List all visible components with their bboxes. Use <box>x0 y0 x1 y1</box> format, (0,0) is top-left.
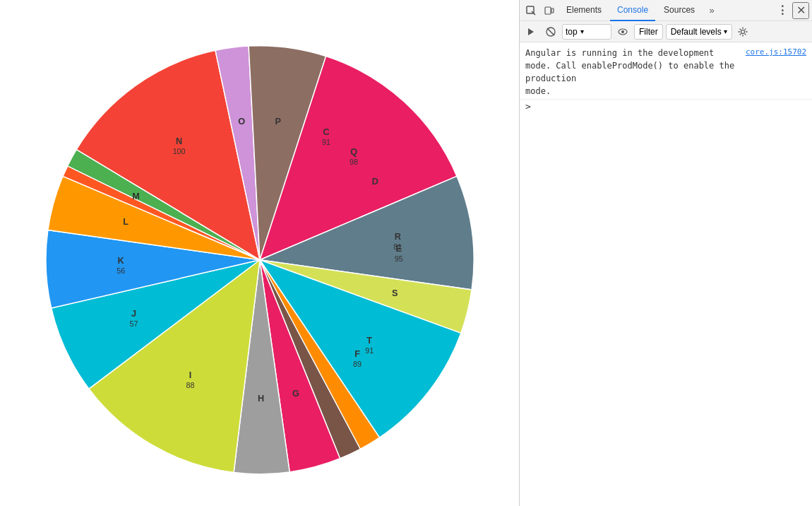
slice-label: F <box>354 349 360 359</box>
pie-chart: C91DE95F89GHI88J57K56LMN100OPQ98R81ST91 <box>13 6 507 500</box>
slice-label: C <box>323 127 329 137</box>
console-message-text: Angular is running in the development mo… <box>525 47 740 98</box>
slice-value: 95 <box>394 254 402 263</box>
clear-console-button[interactable] <box>542 23 559 40</box>
console-input[interactable] <box>535 102 806 112</box>
console-settings-button[interactable] <box>735 24 751 40</box>
console-toolbar: top ▾ Filter Default levels ▾ <box>520 21 812 42</box>
filter-button[interactable]: Filter <box>634 24 663 40</box>
slice-label: G <box>292 389 299 399</box>
slice-label: J <box>131 309 136 319</box>
more-tabs-button[interactable]: » <box>703 2 720 19</box>
slice-value: 57 <box>129 319 138 328</box>
devtools-more-options-button[interactable]: ⋮ <box>774 2 791 19</box>
context-dropdown-value: top <box>566 27 578 37</box>
devtools-close-button[interactable]: ✕ <box>792 2 809 19</box>
svg-line-6 <box>547 28 554 35</box>
console-message-source[interactable]: core.js:15702 <box>746 47 806 59</box>
slice-value: 88 <box>186 381 194 389</box>
context-dropdown[interactable]: top ▾ <box>562 24 611 40</box>
console-message-item: Angular is running in the development mo… <box>520 45 812 100</box>
tab-console[interactable]: Console <box>610 0 655 21</box>
slice-label: N <box>176 136 182 146</box>
slice-label: D <box>371 177 378 187</box>
slice-label: R <box>394 232 400 242</box>
slice-value: 91 <box>322 138 330 146</box>
slice-value: 81 <box>393 242 402 251</box>
slice-label: Q <box>350 147 357 157</box>
svg-rect-2 <box>545 7 551 14</box>
slice-label: M <box>132 192 140 201</box>
slice-label: S <box>391 288 397 298</box>
slice-value: 56 <box>117 266 125 275</box>
svg-marker-4 <box>528 28 534 35</box>
default-levels-button[interactable]: Default levels ▾ <box>666 24 732 40</box>
devtools-panel: Elements Console Sources » ⋮ ✕ top ▾ <box>519 0 812 506</box>
slice-label: O <box>238 117 245 126</box>
chevron-down-icon-2: ▾ <box>724 28 727 35</box>
svg-point-9 <box>741 30 744 33</box>
chart-panel: C91DE95F89GHI88J57K56LMN100OPQ98R81ST91 <box>0 0 519 506</box>
slice-label: T <box>366 336 372 346</box>
chevron-down-icon: ▾ <box>580 28 584 35</box>
slice-label: H <box>258 394 264 404</box>
console-output: Angular is running in the development mo… <box>520 42 812 506</box>
slice-label: L <box>123 217 129 227</box>
device-toolbar-button[interactable] <box>541 2 558 19</box>
slice-value: 89 <box>353 360 362 368</box>
svg-point-8 <box>621 30 624 33</box>
eye-icon-button[interactable] <box>614 23 631 40</box>
svg-rect-3 <box>551 8 554 13</box>
slice-label: I <box>189 370 191 380</box>
slice-label: K <box>117 256 124 266</box>
inspect-element-button[interactable] <box>523 2 539 19</box>
tab-elements[interactable]: Elements <box>559 0 609 21</box>
devtools-tab-bar: Elements Console Sources » ⋮ ✕ <box>520 0 812 21</box>
console-prompt[interactable]: > <box>520 100 812 113</box>
slice-value: 100 <box>172 147 185 155</box>
tab-sources[interactable]: Sources <box>657 0 702 21</box>
slice-value: 98 <box>350 158 358 166</box>
slice-value: 91 <box>365 346 374 355</box>
console-prompt-arrow: > <box>525 101 531 112</box>
run-script-button[interactable] <box>523 23 539 40</box>
slice-label: P <box>275 117 281 126</box>
